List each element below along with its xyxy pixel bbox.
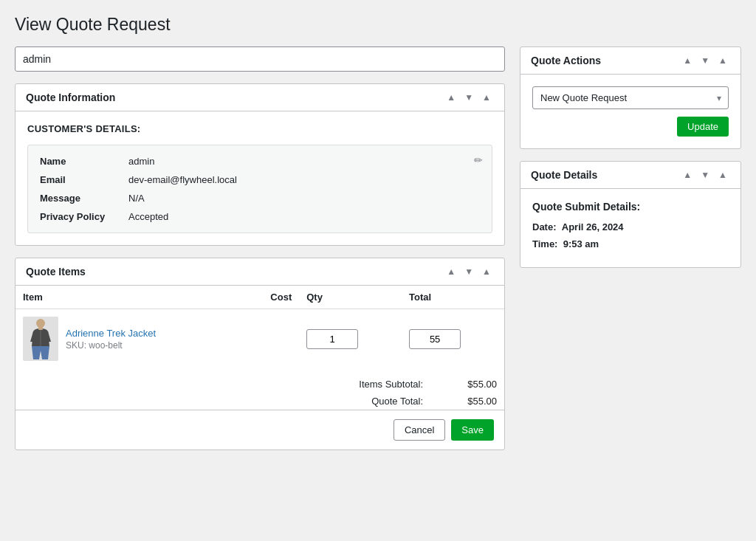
item-cell: Adrienne Trek Jacket SKU: woo-belt xyxy=(16,309,244,369)
quote-items-header: Quote Items ▲ ▼ ▲ xyxy=(16,258,504,286)
detail-row-email: Email dev-email@flywheel.local xyxy=(40,174,480,185)
col-qty: Qty xyxy=(299,286,402,309)
items-collapse-down-button[interactable]: ▼ xyxy=(461,266,476,278)
quote-items-controls: ▲ ▼ ▲ xyxy=(444,266,494,278)
quote-information-body: CUSTOMER'S DETAILS: ✏ Name admin Email d… xyxy=(16,111,504,245)
quote-submit-title: Quote Submit Details: xyxy=(532,201,729,213)
submit-date-row: Date: April 26, 2024 xyxy=(532,221,729,232)
detail-label-message: Message xyxy=(40,193,128,204)
quote-total-value: $55.00 xyxy=(453,396,497,407)
detail-value-name: admin xyxy=(128,156,154,167)
quote-items-panel: Quote Items ▲ ▼ ▲ Item Cost Qty Total xyxy=(15,258,505,450)
panel-controls: ▲ ▼ ▲ xyxy=(444,92,494,103)
details-collapse-down-button[interactable]: ▼ xyxy=(698,169,712,181)
total-input[interactable] xyxy=(409,329,461,349)
cost-cell xyxy=(244,309,299,369)
col-cost: Cost xyxy=(244,286,299,309)
table-header-row: Item Cost Qty Total xyxy=(16,286,504,309)
quote-information-header: Quote Information ▲ ▼ ▲ xyxy=(16,84,504,111)
detail-label-email: Email xyxy=(40,174,128,185)
customer-details-box: ✏ Name admin Email dev-email@flywheel.lo… xyxy=(27,145,492,233)
col-item: Item xyxy=(16,286,244,309)
quote-actions-body: New Quote Request Pending Approved Rejec… xyxy=(520,75,740,148)
quote-actions-panel: Quote Actions ▲ ▼ ▲ New Quote Request Pe… xyxy=(520,46,741,149)
table-row: Adrienne Trek Jacket SKU: woo-belt xyxy=(16,309,504,369)
items-collapse-up-button[interactable]: ▲ xyxy=(444,266,458,278)
date-label: Date: xyxy=(532,221,557,232)
quote-details-body: Quote Submit Details: Date: April 26, 20… xyxy=(520,189,740,267)
items-table: Item Cost Qty Total xyxy=(16,286,504,368)
quote-actions-title: Quote Actions xyxy=(531,55,601,66)
quote-items-footer: Cancel Save xyxy=(16,410,504,449)
quote-total-label: Quote Total: xyxy=(371,396,423,407)
items-subtotal-label: Items Subtotal: xyxy=(359,379,423,390)
detail-value-privacy: Accepted xyxy=(128,211,168,222)
product-cell: Adrienne Trek Jacket SKU: woo-belt xyxy=(23,317,236,361)
quote-actions-controls: ▲ ▼ ▲ xyxy=(680,55,730,66)
quote-information-panel: Quote Information ▲ ▼ ▲ CUSTOMER'S DETAI… xyxy=(15,83,505,246)
subtotals-section: Items Subtotal: $55.00 Quote Total: $55.… xyxy=(16,368,504,410)
actions-collapse-up-button[interactable]: ▲ xyxy=(680,55,695,66)
col-total: Total xyxy=(402,286,504,309)
status-select[interactable]: New Quote Request Pending Approved Rejec… xyxy=(532,86,729,109)
detail-label-name: Name xyxy=(40,156,128,167)
admin-input[interactable] xyxy=(15,46,505,72)
edit-icon[interactable]: ✏ xyxy=(474,154,483,166)
detail-value-message: N/A xyxy=(128,193,145,204)
quote-actions-header: Quote Actions ▲ ▼ ▲ xyxy=(520,47,740,75)
product-info: Adrienne Trek Jacket SKU: woo-belt xyxy=(66,328,156,351)
cancel-button[interactable]: Cancel xyxy=(394,419,445,441)
quote-details-panel: Quote Details ▲ ▼ ▲ Quote Submit Details… xyxy=(520,161,741,268)
product-sku: SKU: woo-belt xyxy=(66,340,156,351)
time-label: Time: xyxy=(532,238,557,249)
quote-details-header: Quote Details ▲ ▼ ▲ xyxy=(520,162,740,189)
quote-details-controls: ▲ ▼ ▲ xyxy=(680,169,730,181)
save-button[interactable]: Save xyxy=(451,419,494,441)
product-image xyxy=(23,317,58,361)
items-subtotal-value: $55.00 xyxy=(453,379,497,390)
date-value: April 26, 2024 xyxy=(562,221,624,232)
main-column: Quote Information ▲ ▼ ▲ CUSTOMER'S DETAI… xyxy=(15,46,505,450)
collapse-up-button[interactable]: ▲ xyxy=(444,92,458,103)
page-title: View Quote Request xyxy=(15,15,741,35)
detail-row-name: Name admin xyxy=(40,156,480,167)
time-value: 9:53 am xyxy=(563,238,599,249)
items-expand-button[interactable]: ▲ xyxy=(479,266,494,278)
actions-expand-button[interactable]: ▲ xyxy=(715,55,730,66)
update-button[interactable]: Update xyxy=(677,117,729,137)
product-link[interactable]: Adrienne Trek Jacket xyxy=(66,328,156,339)
collapse-down-button[interactable]: ▼ xyxy=(461,92,476,103)
detail-row-message: Message N/A xyxy=(40,193,480,204)
sidebar-column: Quote Actions ▲ ▼ ▲ New Quote Request Pe… xyxy=(520,46,741,268)
customer-details-subtitle: CUSTOMER'S DETAILS: xyxy=(27,123,492,134)
detail-row-privacy: Privacy Policy Accepted xyxy=(40,211,480,222)
quote-items-title: Quote Items xyxy=(26,266,86,278)
quote-items-body: Item Cost Qty Total xyxy=(16,286,504,410)
expand-button[interactable]: ▲ xyxy=(479,92,494,103)
qty-cell xyxy=(299,309,402,369)
details-collapse-up-button[interactable]: ▲ xyxy=(680,169,695,181)
quote-details-title: Quote Details xyxy=(531,169,597,181)
submit-time-row: Time: 9:53 am xyxy=(532,238,729,249)
items-subtotal-row: Items Subtotal: $55.00 xyxy=(23,376,497,393)
quote-information-title: Quote Information xyxy=(26,92,115,103)
svg-rect-1 xyxy=(38,326,43,330)
quote-total-row: Quote Total: $55.00 xyxy=(23,393,497,410)
actions-collapse-down-button[interactable]: ▼ xyxy=(698,55,712,66)
detail-value-email: dev-email@flywheel.local xyxy=(128,174,237,185)
total-cell xyxy=(402,309,504,369)
detail-label-privacy: Privacy Policy xyxy=(40,211,128,222)
details-expand-button[interactable]: ▲ xyxy=(715,169,730,181)
qty-input[interactable] xyxy=(306,329,358,349)
product-image-svg xyxy=(26,318,55,359)
status-select-wrapper: New Quote Request Pending Approved Rejec… xyxy=(532,86,729,109)
